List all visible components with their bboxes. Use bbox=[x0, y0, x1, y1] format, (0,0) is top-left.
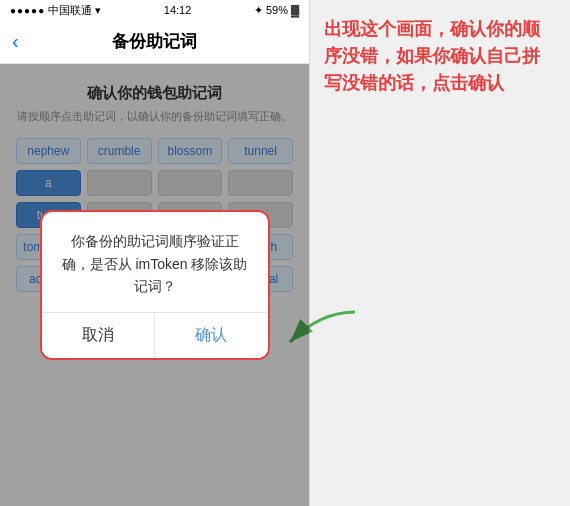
dialog-message: 你备份的助记词顺序验证正确，是否从 imToken 移除该助记词？ bbox=[62, 233, 248, 294]
dialog-box: 你备份的助记词顺序验证正确，是否从 imToken 移除该助记词？ 取消 确认 bbox=[40, 210, 270, 359]
annotation-panel: 出现这个画面，确认你的顺序没错，如果你确认自己拼写没错的话，点击确认 bbox=[310, 0, 570, 506]
nav-bar: ‹ 备份助记词 bbox=[0, 20, 309, 64]
page-content: 确认你的钱包助记词 请按顺序点击助记词，以确认你的备份助记词填写正确。 neph… bbox=[0, 64, 309, 506]
battery-label: 59% bbox=[266, 4, 288, 16]
status-bar: ●●●●● 中国联通 ▾ 14:12 ✦ 59% ▓ bbox=[0, 0, 309, 20]
signal-icon: ●●●●● bbox=[10, 5, 45, 16]
phone-frame: ●●●●● 中国联通 ▾ 14:12 ✦ 59% ▓ ‹ 备份助记词 确认你的钱… bbox=[0, 0, 310, 506]
bluetooth-icon: ✦ bbox=[254, 4, 263, 17]
carrier-label: 中国联通 bbox=[48, 3, 92, 18]
status-left: ●●●●● 中国联通 ▾ bbox=[10, 3, 101, 18]
time-label: 14:12 bbox=[164, 4, 192, 16]
dialog-ok-button[interactable]: 确认 bbox=[155, 313, 268, 358]
wifi-icon: ▾ bbox=[95, 4, 101, 17]
battery-icon: ▓ bbox=[291, 4, 299, 16]
dialog-overlay: 你备份的助记词顺序验证正确，是否从 imToken 移除该助记词？ 取消 确认 bbox=[0, 64, 309, 506]
status-right: ✦ 59% ▓ bbox=[254, 4, 299, 17]
dialog-actions: 取消 确认 bbox=[42, 312, 268, 358]
annotation-text: 出现这个画面，确认你的顺序没错，如果你确认自己拼写没错的话，点击确认 bbox=[324, 16, 556, 97]
dialog-cancel-button[interactable]: 取消 bbox=[42, 313, 156, 358]
nav-title: 备份助记词 bbox=[112, 30, 197, 53]
back-button[interactable]: ‹ bbox=[12, 30, 19, 53]
dialog-body: 你备份的助记词顺序验证正确，是否从 imToken 移除该助记词？ bbox=[42, 212, 268, 311]
